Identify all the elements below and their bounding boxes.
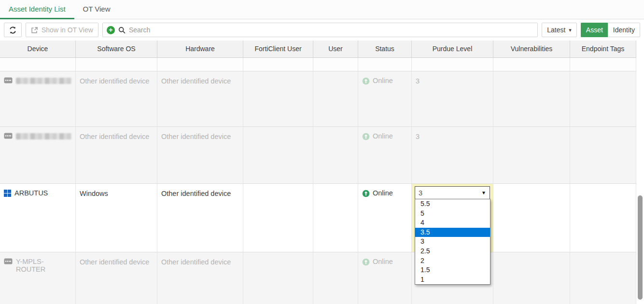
forticlient-user-cell	[243, 252, 313, 304]
asset-table: Device Software OS Hardware FortiClient …	[0, 41, 636, 304]
dropdown-option[interactable]: 4	[415, 218, 490, 228]
column-header-user[interactable]: User	[313, 41, 358, 57]
online-status-icon	[362, 258, 370, 266]
refresh-button[interactable]	[4, 23, 22, 37]
show-in-ot-view-label: Show in OT View	[42, 26, 93, 34]
search-icon	[118, 27, 126, 34]
software-os-cell: Other identified device	[76, 71, 157, 126]
table-header-row: Device Software OS Hardware FortiClient …	[0, 41, 636, 58]
user-cell	[313, 184, 358, 252]
status-cell: Online	[358, 71, 412, 126]
dropdown-option[interactable]: 3	[415, 237, 490, 247]
status-cell: Online	[358, 252, 412, 304]
search-box: +	[102, 23, 538, 37]
status-cell: Online	[358, 184, 412, 252]
status-label: Online	[373, 258, 393, 265]
tab-ot-view[interactable]: OT View	[74, 0, 119, 19]
dropdown-option[interactable]: 2.5	[415, 247, 490, 256]
asset-toggle-label: Asset	[586, 26, 603, 34]
latest-label: Latest	[547, 26, 565, 34]
partial-row	[0, 58, 636, 71]
endpoint-tags-cell	[570, 184, 636, 252]
show-in-ot-view-button[interactable]: Show in OT View	[26, 23, 98, 37]
device-name: Y-MPLS-ROUTER	[16, 258, 71, 273]
latest-dropdown-button[interactable]: Latest ▾	[542, 23, 577, 37]
tab-label: OT View	[83, 5, 111, 13]
generic-device-icon	[4, 77, 13, 83]
device-cell: Y-MPLS-ROUTER	[0, 252, 76, 304]
column-header-device[interactable]: Device	[0, 41, 76, 57]
vulnerabilities-cell	[493, 252, 570, 304]
column-header-hardware[interactable]: Hardware	[157, 41, 243, 57]
dropdown-option[interactable]: 1.5	[415, 265, 490, 275]
dropdown-option-highlighted[interactable]: 3.5	[415, 228, 490, 237]
online-status-icon	[362, 133, 370, 140]
device-cell	[0, 127, 76, 183]
software-os-cell: Other identified device	[76, 127, 157, 183]
column-header-purdue-level[interactable]: Purdue Level	[412, 41, 493, 57]
asset-identity-app: Asset Identity List OT View Show in OT V…	[0, 0, 644, 304]
vulnerabilities-cell	[493, 184, 570, 252]
user-cell	[313, 127, 358, 183]
refresh-icon	[9, 26, 17, 34]
hardware-cell: Other identified device	[157, 252, 243, 304]
online-status-icon	[362, 190, 370, 197]
purdue-level-cell[interactable]: 3	[412, 127, 493, 183]
select-arrow-icon: ▼	[481, 190, 486, 195]
forticlient-user-cell	[243, 184, 313, 252]
hardware-cell: Other identified device	[157, 184, 243, 252]
identity-toggle-label: Identity	[613, 26, 635, 34]
device-cell: ARBUTUS	[0, 184, 76, 252]
table-row[interactable]: Y-MPLS-ROUTER Other identified device Ot…	[0, 252, 636, 304]
column-header-endpoint-tags[interactable]: Endpoint Tags	[570, 41, 636, 57]
forticlient-user-cell	[243, 71, 313, 126]
dropdown-option[interactable]: 1	[415, 275, 490, 285]
endpoint-tags-cell	[570, 252, 636, 304]
redacted-device-name	[16, 78, 71, 84]
external-link-icon	[31, 27, 38, 34]
software-os-cell: Windows	[76, 184, 157, 252]
table-row[interactable]: Other identified device Other identified…	[0, 71, 636, 127]
purdue-level-select[interactable]: 3 ▼	[415, 186, 490, 199]
tab-label: Asset Identity List	[9, 5, 66, 13]
identity-toggle-button[interactable]: Identity	[608, 23, 640, 37]
purdue-level-selected-value: 3	[419, 189, 422, 197]
endpoint-tags-cell	[570, 71, 636, 126]
table-row[interactable]: ARBUTUS Windows Other identified device …	[0, 184, 636, 252]
redacted-device-name	[16, 133, 71, 139]
forticlient-user-cell	[243, 127, 313, 183]
status-label: Online	[373, 77, 393, 84]
search-input[interactable]	[129, 26, 533, 34]
dropdown-option[interactable]: 2	[415, 256, 490, 266]
column-header-vulnerabilities[interactable]: Vulnerabilities	[493, 41, 570, 57]
device-name: ARBUTUS	[14, 189, 48, 197]
dropdown-option[interactable]: 5.5	[415, 199, 490, 209]
endpoint-tags-cell	[570, 127, 636, 183]
vulnerabilities-cell	[493, 127, 570, 183]
device-cell	[0, 71, 76, 126]
tab-bar: Asset Identity List OT View	[0, 0, 644, 19]
generic-device-icon	[4, 258, 13, 264]
software-os-cell: Other identified device	[76, 252, 157, 304]
vertical-scrollbar[interactable]	[636, 41, 644, 304]
status-label: Online	[373, 132, 393, 140]
asset-toggle-button[interactable]: Asset	[581, 23, 608, 37]
user-cell	[313, 71, 358, 126]
toolbar: Show in OT View + Latest ▾ Asset Identit…	[0, 19, 644, 41]
table-row[interactable]: Other identified device Other identified…	[0, 127, 636, 184]
column-header-status[interactable]: Status	[358, 41, 412, 57]
chevron-down-icon: ▾	[569, 27, 572, 33]
purdue-level-cell[interactable]: 3	[412, 71, 493, 126]
add-search-filter-icon[interactable]: +	[107, 26, 115, 34]
scrollbar-thumb[interactable]	[638, 195, 643, 300]
column-header-forticlient-user[interactable]: FortiClient User	[243, 41, 313, 57]
status-cell: Online	[358, 127, 412, 183]
generic-device-icon	[4, 133, 13, 139]
column-header-software-os[interactable]: Software OS	[76, 41, 157, 57]
dropdown-option[interactable]: 5	[415, 209, 490, 219]
tab-asset-identity-list[interactable]: Asset Identity List	[0, 0, 74, 19]
online-status-icon	[362, 77, 370, 85]
vulnerabilities-cell	[493, 71, 570, 126]
hardware-cell: Other identified device	[157, 71, 243, 126]
hardware-cell: Other identified device	[157, 127, 243, 183]
